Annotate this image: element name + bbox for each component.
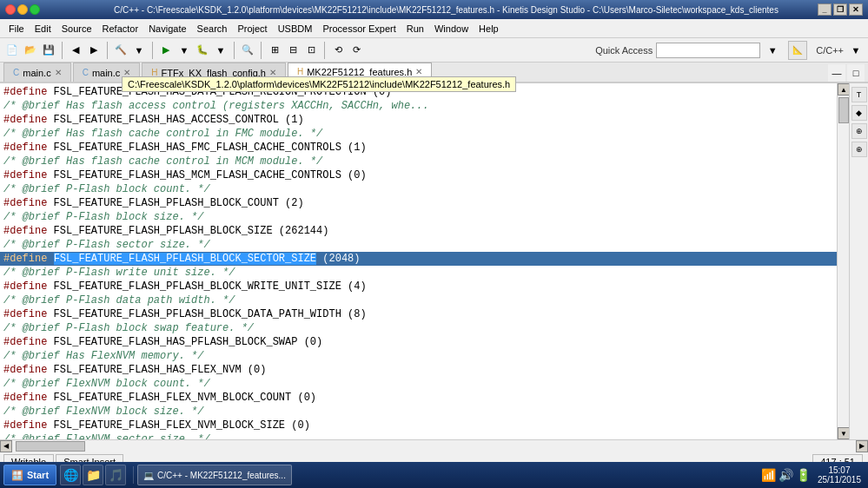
close-button[interactable]: ✕ [849, 3, 863, 16]
tooltip-text: C:\Freescale\KSDK_1.2.0\platform\devices… [128, 79, 510, 89]
code-line-20: /* @brief Has FlexNVM memory. */ [0, 349, 837, 363]
quick-access-area: Quick Access ▼ 📐 C/C++ ▼ [595, 41, 865, 60]
tab-close-mk22[interactable]: ✕ [415, 67, 422, 76]
restore-button[interactable]: ❐ [833, 3, 847, 16]
toolbar-separator-6 [324, 42, 325, 59]
code-line-15: #define FSL_FEATURE_FLASH_PFLASH_BLOCK_W… [0, 280, 837, 293]
taskbar: 🪟 Start 🌐 📁 🎵 💻 C/C++ - MK22F51212_featu… [0, 462, 868, 488]
save-button[interactable]: 💾 [40, 42, 57, 59]
tb-btn-2[interactable]: ⊟ [284, 42, 301, 59]
menu-source[interactable]: Source [56, 22, 97, 36]
debug-button[interactable]: 🐛 [194, 42, 211, 59]
code-line-19: #define FSL_FEATURE_FLASH_HAS_PFLASH_BLO… [0, 335, 837, 349]
code-line-5: #define FSL_FEATURE_FLASH_HAS_FMC_FLASH_… [0, 141, 837, 155]
system-tray: 📶 🔊 🔋 15:07 25/11/2015 [761, 465, 865, 485]
code-line-23: #define FSL_FEATURE_FLASH_FLEX_NVM_BLOCK… [0, 391, 837, 405]
taskbar-app-kds[interactable]: 💻 C/C++ - MK22F51212_features... [137, 465, 292, 485]
clock-date: 25/11/2015 [818, 475, 861, 485]
tab-icon-main-c1: C [13, 68, 19, 77]
editor-area[interactable]: #define FSL_FEATURE_FLASH_HAS_DATA_FLASH… [0, 83, 837, 439]
code-line-12: /* @brief P-Flash sector size. */ [0, 238, 837, 252]
menu-navigate[interactable]: Navigate [143, 22, 191, 36]
code-line-7: #define FSL_FEATURE_FLASH_HAS_MCM_FLASH_… [0, 168, 837, 182]
build-button[interactable]: 🔨 [112, 42, 129, 59]
scroll-down-arrow[interactable]: ▼ [838, 427, 850, 439]
menu-search[interactable]: Search [192, 22, 233, 36]
menu-help[interactable]: Help [474, 22, 504, 36]
debug-dropdown[interactable]: ▼ [212, 42, 229, 59]
close-btn[interactable] [5, 4, 16, 15]
sys-icon-network: 📶 [761, 468, 776, 482]
tab-main-c1[interactable]: C main.c ✕ [3, 63, 71, 82]
title-bar: C/C++ - C:\Freescale\KSDK_1.2.0\platform… [0, 0, 868, 19]
code-line-26: /* @brief FlexNVM sector size. */ [0, 432, 837, 439]
start-label: Start [27, 470, 49, 480]
panel-icon-4[interactable]: ⊕ [851, 142, 867, 157]
tb-extra-1[interactable]: ⟲ [329, 42, 347, 59]
h-scroll-track [12, 440, 856, 452]
code-line-14: /* @brief P-Flash write unit size. */ [0, 266, 837, 280]
sys-icon-battery: 🔋 [796, 468, 811, 482]
tab-maximize-btn[interactable]: □ [847, 64, 865, 82]
panel-icon-2[interactable]: ◆ [851, 105, 867, 121]
tab-label-mk22: MK22F51212_features.h [307, 67, 412, 77]
window-title: C/C++ - C:\Freescale\KSDK_1.2.0\platform… [75, 5, 818, 15]
maximize-btn[interactable] [30, 4, 40, 15]
panel-icon-1[interactable]: T [851, 87, 867, 102]
scroll-right-arrow[interactable]: ▶ [856, 440, 868, 452]
vertical-scrollbar[interactable]: ▲ ▼ [837, 83, 849, 439]
toolbar-separator-4 [234, 42, 235, 59]
new-button[interactable]: 📄 [3, 42, 21, 59]
minimize-btn[interactable] [17, 4, 28, 15]
code-line-13: #define FSL_FEATURE_FLASH_PFLASH_BLOCK_S… [0, 252, 837, 266]
taskbar-quick-launch: 🌐 📁 🎵 [60, 465, 126, 485]
menu-file[interactable]: File [3, 22, 30, 36]
start-button[interactable]: 🪟 Start [3, 465, 56, 485]
toolbar: 📄 📂 💾 ◀ ▶ 🔨 ▼ ▶ ▼ 🐛 ▼ 🔍 ⊞ ⊟ ⊡ [0, 38, 868, 63]
menu-window[interactable]: Window [429, 22, 474, 36]
code-line-16: /* @brief P-Flash data path width. */ [0, 293, 837, 307]
build-dropdown[interactable]: ▼ [130, 42, 148, 59]
back-button[interactable]: ◀ [67, 42, 84, 59]
tab-icon-mk22: H [297, 67, 303, 76]
code-line-6: /* @brief Has flash cache control in MCM… [0, 155, 837, 168]
menu-refactor[interactable]: Refactor [97, 22, 144, 36]
h-scroll-thumb[interactable] [16, 441, 85, 452]
quick-access-dropdown[interactable]: ▼ [764, 42, 781, 59]
clock-time: 15:07 [818, 465, 861, 475]
code-line-21: #define FSL_FEATURE_FLASH_HAS_FLEX_NVM (… [0, 363, 837, 377]
run-dropdown[interactable]: ▼ [176, 42, 193, 59]
open-button[interactable]: 📂 [22, 42, 39, 59]
tb-extra-2[interactable]: ⟳ [348, 42, 365, 59]
taskbar-icon-folder[interactable]: 📁 [83, 465, 103, 485]
tab-icon-main-c2: C [83, 68, 89, 77]
taskbar-icon-media[interactable]: 🎵 [105, 465, 126, 485]
tab-minimize-btn[interactable]: — [828, 64, 845, 82]
menu-processor-expert[interactable]: Processor Expert [317, 22, 401, 36]
tb-btn-3[interactable]: ⊡ [302, 42, 320, 59]
tab-close-main-c1[interactable]: ✕ [55, 68, 62, 77]
quick-access-label: Quick Access [595, 45, 653, 56]
horizontal-scrollbar[interactable]: ◀ ▶ [0, 439, 868, 452]
menu-edit[interactable]: Edit [30, 22, 56, 36]
minimize-button[interactable]: _ [818, 3, 832, 16]
panel-icon-3[interactable]: ⊕ [851, 123, 867, 139]
forward-button[interactable]: ▶ [85, 42, 103, 59]
scroll-thumb[interactable] [838, 97, 849, 123]
tb-btn-1[interactable]: ⊞ [266, 42, 283, 59]
sys-icon-volume: 🔊 [779, 468, 793, 482]
toolbar-separator-1 [62, 42, 63, 59]
run-button[interactable]: ▶ [157, 42, 175, 59]
scroll-left-arrow[interactable]: ◀ [0, 440, 12, 452]
code-line-3: #define FSL_FEATURE_FLASH_HAS_ACCESS_CON… [0, 113, 837, 127]
taskbar-icon-ie[interactable]: 🌐 [60, 465, 81, 485]
code-line-2: /* @brief Has flash access control (regi… [0, 99, 837, 113]
code-line-10: /* @brief P-Flash block size. */ [0, 210, 837, 224]
menu-project[interactable]: Project [232, 22, 272, 36]
menu-usbdm[interactable]: USBDM [273, 22, 318, 36]
perspective-dropdown[interactable]: ▼ [847, 42, 865, 59]
menu-run[interactable]: Run [401, 22, 429, 36]
scroll-up-arrow[interactable]: ▲ [838, 83, 850, 96]
quick-access-input[interactable] [656, 43, 760, 58]
search-button[interactable]: 🔍 [239, 42, 256, 59]
